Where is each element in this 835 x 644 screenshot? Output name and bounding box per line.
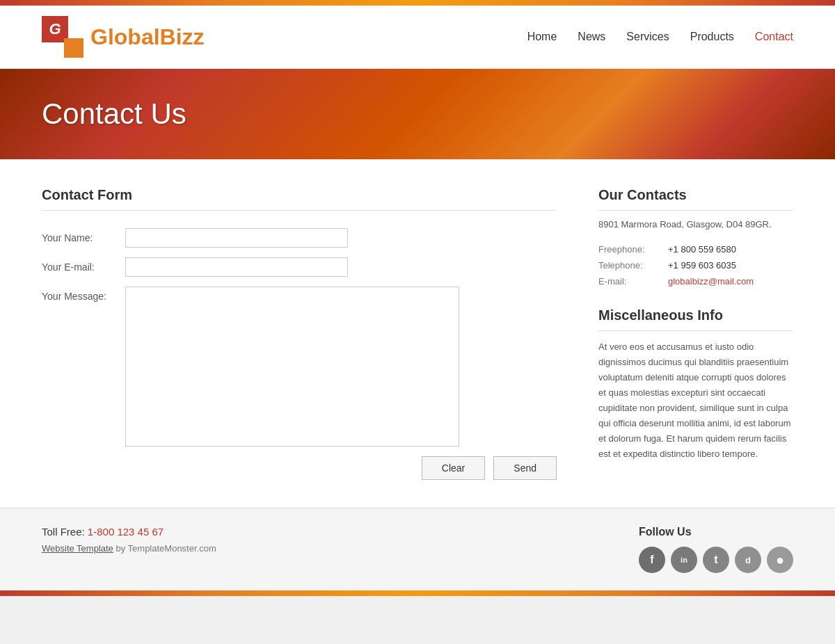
email-info-label: E-mail: (598, 273, 661, 289)
nav-services[interactable]: Services (626, 31, 669, 43)
nav-home[interactable]: Home (527, 31, 557, 43)
telephone-label: Telephone: (598, 257, 661, 273)
main-content: Contact Form Your Name: Your E-mail: You… (0, 159, 835, 508)
misc-text: At vero eos et accusamus et iusto odio d… (598, 339, 793, 462)
freephone-value: +1 800 559 6580 (668, 241, 736, 257)
nav-news[interactable]: News (578, 31, 605, 43)
form-heading: Contact Form (42, 187, 557, 211)
logo: G GlobalBizz (42, 16, 205, 58)
contacts-address: 8901 Marmora Road, Glasgow, D04 89GR. (598, 218, 793, 232)
freephone-row: Freephone: +1 800 559 6580 (598, 241, 793, 257)
page-title: Contact Us (42, 97, 186, 131)
contacts-section: Our Contacts 8901 Marmora Road, Glasgow,… (598, 187, 793, 480)
toll-free-line: Toll Free: 1-800 123 45 67 (42, 526, 216, 538)
contact-form-section: Contact Form Your Name: Your E-mail: You… (42, 187, 557, 480)
twitter-icon[interactable]: t (703, 547, 729, 573)
form-buttons: Clear Send (42, 456, 557, 480)
misc-heading: Miscellaneous Info (598, 307, 793, 331)
our-contacts: Our Contacts 8901 Marmora Road, Glasgow,… (598, 187, 793, 290)
email-link[interactable]: globalbizz@mail.com (668, 273, 754, 289)
name-input[interactable] (125, 228, 348, 248)
telephone-row: Telephone: +1 959 603 6035 (598, 257, 793, 273)
logo-brand1: Global (90, 24, 160, 49)
logo-text: GlobalBizz (90, 24, 205, 50)
misc-section: Miscellaneous Info At vero eos et accusa… (598, 307, 793, 462)
email-row: Your E-mail: (42, 257, 557, 277)
website-template-link[interactable]: Website Template (42, 543, 113, 554)
message-row: Your Message: (42, 287, 557, 446)
telephone-value: +1 959 603 6035 (668, 257, 736, 273)
footer-link-line: Website Template by TemplateMonster.com (42, 543, 216, 554)
footer: Toll Free: 1-800 123 45 67 Website Templ… (0, 508, 835, 590)
email-row-info: E-mail: globalbizz@mail.com (598, 273, 793, 289)
toll-free-number-val: 1-800 123 45 67 (88, 526, 164, 538)
nav-contact[interactable]: Contact (755, 31, 793, 43)
other-social-icon[interactable]: ● (767, 547, 793, 573)
social-icons: f in t d ● (639, 547, 793, 573)
clear-button[interactable]: Clear (422, 456, 485, 480)
name-label: Your Name: (42, 228, 125, 243)
toll-free-label: Toll Free: (42, 526, 85, 538)
contact-info-table: Freephone: +1 800 559 6580 Telephone: +1… (598, 241, 793, 290)
follow-us-heading: Follow Us (639, 526, 793, 538)
send-button[interactable]: Send (493, 456, 557, 480)
footer-right: Follow Us f in t d ● (639, 526, 793, 573)
message-label: Your Message: (42, 287, 125, 302)
footer-left: Toll Free: 1-800 123 45 67 Website Templ… (42, 526, 216, 554)
hero-banner: Contact Us (0, 69, 835, 159)
main-nav: Home News Services Products Contact (527, 31, 793, 43)
nav-products[interactable]: Products (690, 31, 734, 43)
email-label: Your E-mail: (42, 257, 125, 273)
name-row: Your Name: (42, 228, 557, 248)
email-input[interactable] (125, 257, 348, 277)
footer-suffix: by TemplateMonster.com (113, 543, 216, 554)
linkedin-icon[interactable]: in (671, 547, 697, 573)
delicious-icon[interactable]: d (735, 547, 761, 573)
logo-brand2: Bizz (160, 24, 205, 49)
bottom-accent-bar (0, 590, 835, 596)
top-accent-bar (0, 0, 835, 6)
logo-square-orange (64, 38, 84, 58)
contacts-heading: Our Contacts (598, 187, 793, 211)
message-textarea[interactable] (125, 287, 459, 446)
facebook-icon[interactable]: f (639, 547, 665, 573)
freephone-label: Freephone: (598, 241, 661, 257)
header: G GlobalBizz Home News Services Products… (0, 6, 835, 69)
logo-icon: G (42, 16, 84, 58)
